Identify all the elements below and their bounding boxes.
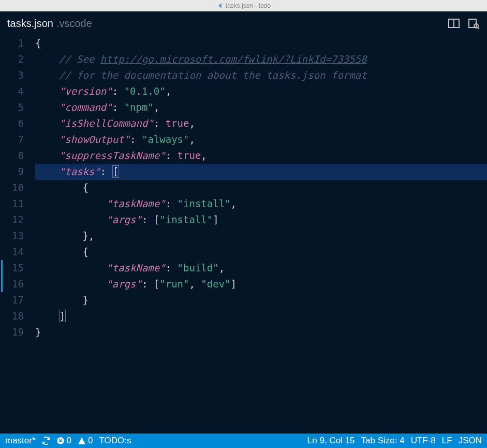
code-editor[interactable]: 1 2 3 4 5 6 7 8 9 10 11 12 13 14 15 16 1… (0, 35, 487, 433)
line-gutter: 1 2 3 4 5 6 7 8 9 10 11 12 13 14 15 16 1… (0, 35, 35, 433)
change-marker (1, 276, 3, 292)
tab-size[interactable]: Tab Size: 4 (361, 436, 405, 446)
code-line: "taskName": "build", (35, 260, 487, 276)
line-num: 18 (0, 308, 24, 324)
warnings-count[interactable]: 0 (78, 436, 93, 446)
warning-icon (78, 437, 86, 445)
window-titlebar: tasks.json - todo (0, 0, 487, 11)
code-line-active: "tasks": [ (35, 164, 487, 180)
code-content[interactable]: { // See http://go.microsoft.com/fwlink/… (35, 35, 487, 433)
doc-link[interactable]: http://go.microsoft.com/fwlink/?LinkId=7… (100, 53, 367, 65)
line-num: 19 (0, 324, 24, 340)
code-line: { (35, 244, 487, 260)
code-line: "suppressTaskName": true, (35, 148, 487, 164)
line-num: 14 (0, 244, 24, 260)
line-num: 6 (0, 115, 24, 132)
line-num: 4 (0, 83, 24, 99)
code-line: "taskName": "install", (35, 196, 487, 212)
line-num: 17 (0, 292, 24, 308)
code-line: // See http://go.microsoft.com/fwlink/?L… (35, 51, 487, 67)
window-title: tasks.json - todo (226, 2, 271, 9)
line-num: 13 (0, 228, 24, 244)
line-num: 16 (0, 276, 24, 292)
code-line: }, (35, 228, 487, 244)
eol[interactable]: LF (442, 436, 452, 446)
code-line: "command": "npm", (35, 99, 487, 115)
code-line: } (35, 324, 487, 340)
code-line: "args": ["run", "dev"] (35, 276, 487, 292)
encoding[interactable]: UTF-8 (411, 436, 436, 446)
preview-icon[interactable] (467, 17, 480, 30)
tab-filename: tasks.json (7, 18, 53, 30)
split-editor-icon[interactable] (448, 17, 460, 30)
line-num: 8 (0, 148, 24, 164)
error-icon (56, 437, 65, 445)
language-mode[interactable]: JSON (459, 436, 482, 446)
svg-line-4 (478, 27, 479, 29)
line-num: 15 (0, 260, 24, 276)
todos-status[interactable]: TODO:s (99, 436, 131, 446)
code-line: "showOutput": "always", (35, 132, 487, 148)
svg-rect-2 (469, 19, 476, 27)
git-branch[interactable]: master* (5, 436, 36, 446)
line-num: 11 (0, 196, 24, 212)
status-bar: master* 0 0 TODO:s Ln 9, Col 15 Tab Size… (0, 433, 487, 448)
sync-icon (42, 437, 50, 445)
line-num: 10 (0, 180, 24, 196)
active-tab[interactable]: tasks.json .vscode (7, 18, 92, 30)
line-num: 5 (0, 99, 24, 115)
code-line: "version": "0.1.0", (35, 83, 487, 99)
line-num: 9 (0, 164, 24, 180)
tab-folder: .vscode (56, 18, 92, 30)
line-num: 1 (0, 35, 24, 51)
code-line: { (35, 180, 487, 196)
line-num: 3 (0, 67, 24, 83)
change-marker (1, 260, 3, 276)
code-line: "args": ["install"] (35, 212, 487, 228)
vscode-icon (216, 2, 224, 9)
sync-button[interactable] (42, 437, 50, 445)
code-line: { (35, 35, 487, 51)
code-line: // for the documentation about the tasks… (35, 67, 487, 83)
tab-bar: tasks.json .vscode (0, 11, 487, 35)
line-num: 2 (0, 51, 24, 67)
cursor-position[interactable]: Ln 9, Col 15 (307, 436, 355, 446)
code-line: ] (35, 308, 487, 324)
code-line: "isShellCommand": true, (35, 115, 487, 132)
line-num: 12 (0, 212, 24, 228)
code-line: } (35, 292, 487, 308)
line-num: 7 (0, 132, 24, 148)
errors-count[interactable]: 0 (56, 436, 71, 446)
